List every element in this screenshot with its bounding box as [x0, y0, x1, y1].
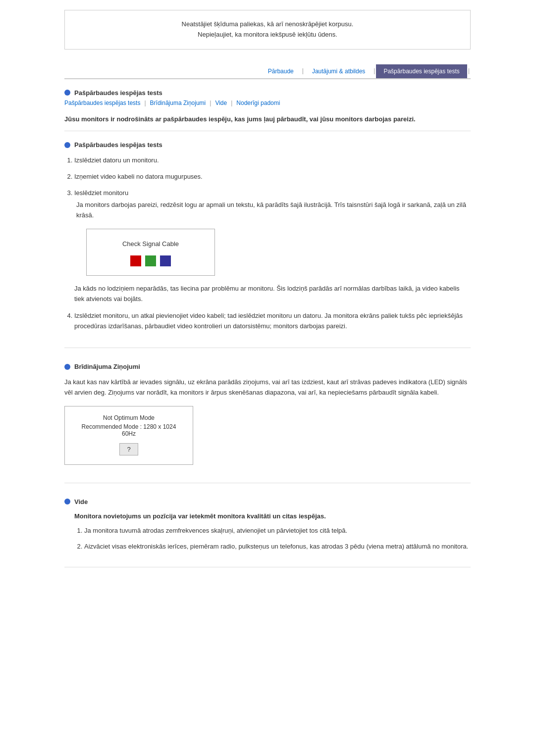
vide-item-2: Aizvāciet visas elektroniskās ierīces, p… [84, 542, 471, 552]
red-square [130, 255, 141, 266]
green-square [145, 255, 156, 266]
tab-sep-2: | [373, 64, 376, 78]
vide-dot-icon [64, 499, 70, 504]
sub-nav-vide[interactable]: Vide [215, 100, 227, 106]
tab-sep-3: | [467, 64, 471, 78]
self-test-section: Pašpārbaudes iespējas tests Izslēdziet d… [64, 141, 471, 348]
signal-cable-box: Check Signal Cable [86, 229, 215, 276]
sub-nav-pasparbaudesiespejastests[interactable]: Pašpārbaudes iespējas tests [64, 100, 140, 106]
step-1: Izslēdziet datoru un monitoru. [74, 155, 471, 166]
warning-dot-icon [64, 364, 70, 370]
signal-cable-title: Check Signal Cable [97, 239, 205, 250]
step-4-text: Izslēdziet monitoru, un atkal pievienoji… [74, 312, 463, 330]
sub-nav: Pašpārbaudes iespējas tests | Brīdinājum… [64, 100, 471, 106]
not-optimum-mode: Recommended Mode : 1280 x 1024 60Hz [75, 423, 183, 437]
step-3-detail: Ja monitors darbojas pareizi, redzēsit l… [76, 200, 471, 221]
vide-title: Vide [74, 498, 88, 505]
self-test-dot-icon [64, 142, 70, 148]
blue-square [160, 255, 171, 266]
bottom-divider [64, 567, 471, 567]
tab-sep-1: | [301, 64, 305, 78]
step-2: Izņemiet video kabeli no datora mugurpus… [74, 172, 471, 182]
warning-messages-title: Brīdinājuma Ziņojumi [74, 363, 140, 370]
warning-messages-header: Brīdinājuma Ziņojumi [64, 363, 471, 370]
vide-item-1: Ja monitora tuvumā atrodas zemfrekvences… [84, 526, 471, 536]
sub-nav-sep3: | [231, 100, 232, 106]
main-section-title: Pašpārbaudes iespējas tests [74, 89, 162, 97]
not-optimum-title: Not Optimum Mode [75, 414, 183, 421]
step-4: Izslēdziet monitoru, un atkal pievienoji… [74, 311, 471, 332]
blue-dot-icon [64, 90, 70, 96]
intro-text: Jūsu monitors ir nodrošināts ar pašpārba… [64, 114, 471, 132]
vide-section: Vide Monitora novietojums un pozīcija va… [64, 498, 471, 553]
self-test-title: Pašpārbaudes iespējas tests [74, 141, 162, 149]
vide-header: Vide [64, 498, 471, 505]
sub-nav-noderigi[interactable]: Noderīgi padomi [236, 100, 280, 106]
top-notice-line2: Nepieļaujiet, ka monitora iekšpusē iekļū… [80, 30, 455, 40]
sub-nav-bridinajumuzinojumi[interactable]: Brīdinājuma Ziņojumi [150, 100, 206, 106]
not-optimum-box: Not Optimum Mode Recommended Mode : 1280… [64, 406, 193, 465]
not-optimum-button[interactable]: ? [119, 443, 138, 455]
nav-tabs: Pārbaude | Jautājumi & atbildes | Pašpār… [64, 64, 471, 79]
step-2-text: Izņemiet video kabeli no datora mugurpus… [74, 173, 203, 180]
sub-nav-sep2: | [210, 100, 211, 106]
warning-messages-text: Ja kaut kas nav kārtībā ar ievades signā… [64, 377, 471, 398]
color-squares [97, 255, 205, 266]
step-1-text: Izslēdziet datoru un monitoru. [74, 156, 159, 164]
tab-pasparbaudesiespejastests[interactable]: Pašpārbaudes iespējas tests [376, 64, 467, 78]
tab-jautajumi[interactable]: Jautājumi & atbildes [305, 64, 373, 78]
section-header: Pašpārbaudes iespējas tests [64, 89, 471, 97]
step-3-text: Ieslēdziet monitoru [74, 189, 128, 197]
vide-list: Ja monitora tuvumā atrodas zemfrekvences… [84, 526, 471, 553]
vide-subtitle: Monitora novietojums un pozīcija var iet… [74, 512, 471, 520]
self-test-list: Izslēdziet datoru un monitoru. Izņemiet … [74, 155, 471, 332]
warning-messages-section: Brīdinājuma Ziņojumi Ja kaut kas nav kār… [64, 363, 471, 483]
step-3: Ieslēdziet monitoru Ja monitors darbojas… [74, 188, 471, 304]
warning-note: Ja kāds no lodziņiem neparādās, tas liec… [74, 284, 471, 304]
tab-parbaude[interactable]: Pārbaude [261, 64, 301, 78]
sub-nav-sep1: | [144, 100, 146, 106]
top-notice-line1: Neatstājiet šķīduma paliekas, kā arī nen… [80, 19, 455, 30]
top-notice: Neatstājiet šķīduma paliekas, kā arī nen… [64, 10, 471, 50]
self-test-header: Pašpārbaudes iespējas tests [64, 141, 471, 149]
